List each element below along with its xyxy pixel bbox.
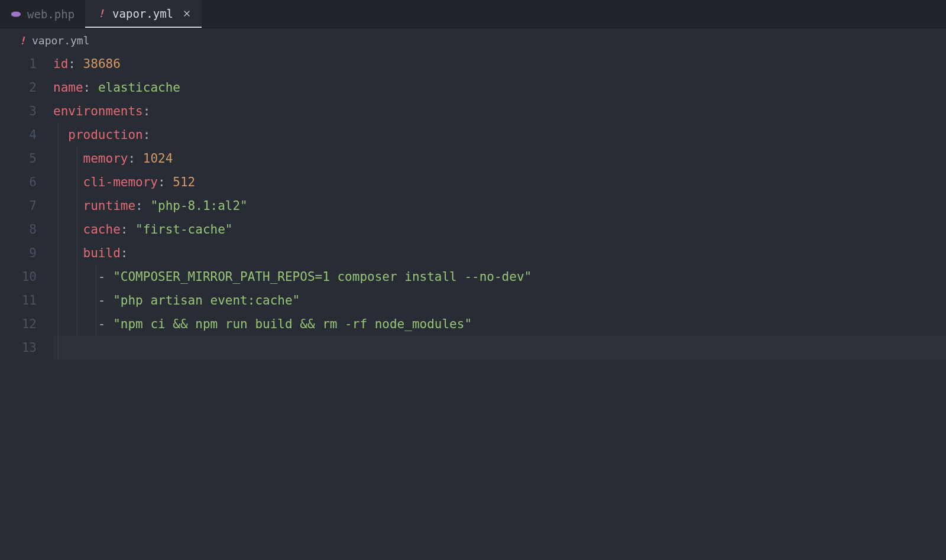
line-number: 7	[0, 194, 37, 218]
breadcrumb[interactable]: ! vapor.yml	[0, 28, 946, 52]
yaml-key: id	[53, 57, 68, 71]
yaml-string: "first-cache"	[135, 222, 232, 237]
code-line: name: elasticache	[53, 76, 946, 99]
yaml-colon: :	[143, 128, 151, 142]
close-icon[interactable]	[183, 9, 191, 18]
tab-label: web.php	[27, 8, 74, 21]
yaml-number: 512	[173, 175, 195, 189]
line-number: 9	[0, 241, 37, 265]
yaml-string: "npm ci && npm run build && rm -rf node_…	[113, 317, 472, 331]
yaml-key: memory	[83, 151, 128, 166]
line-number: 6	[0, 170, 37, 194]
yaml-key: runtime	[83, 199, 136, 213]
yaml-number: 38686	[83, 57, 121, 71]
yaml-number: 1024	[143, 151, 173, 166]
yaml-string: "php artisan event:cache"	[113, 293, 300, 307]
code-line: - "COMPOSER_MIRROR_PATH_REPOS=1 composer…	[53, 265, 946, 289]
yaml-key: name	[53, 80, 83, 95]
code-line: production:	[53, 123, 946, 147]
line-number: 4	[0, 123, 37, 147]
breadcrumb-label: vapor.yml	[32, 34, 90, 47]
code-line-current	[53, 336, 946, 360]
svg-point-0	[11, 11, 21, 17]
tab-web-php[interactable]: web.php	[0, 0, 85, 28]
code-line: environments:	[53, 99, 946, 123]
code-line: build:	[53, 241, 946, 265]
line-number: 2	[0, 76, 37, 99]
line-number: 13	[0, 336, 37, 360]
line-number: 5	[0, 147, 37, 170]
line-number: 8	[0, 218, 37, 241]
line-number: 10	[0, 265, 37, 289]
yaml-colon: :	[135, 199, 143, 213]
code-line: memory: 1024	[53, 147, 946, 170]
php-icon	[11, 9, 21, 20]
yaml-icon: !	[18, 35, 27, 45]
line-number-gutter: 1 2 3 4 5 6 7 8 9 10 11 12 13	[0, 52, 53, 560]
line-number: 3	[0, 99, 37, 123]
code-line: id: 38686	[53, 52, 946, 76]
yaml-colon: :	[143, 104, 151, 118]
code-area[interactable]: id: 38686 name: elasticache environments…	[53, 52, 946, 560]
yaml-colon: :	[158, 175, 166, 189]
yaml-string: "php-8.1:al2"	[150, 199, 247, 213]
editor[interactable]: 1 2 3 4 5 6 7 8 9 10 11 12 13 id: 38686 …	[0, 52, 946, 560]
code-line: - "php artisan event:cache"	[53, 289, 946, 312]
yaml-dash: -	[98, 317, 106, 331]
yaml-key: build	[83, 246, 121, 260]
yaml-icon: !	[96, 8, 106, 19]
yaml-key: cache	[83, 222, 121, 237]
code-line: - "npm ci && npm run build && rm -rf nod…	[53, 312, 946, 336]
line-number: 11	[0, 289, 37, 312]
tab-label: vapor.yml	[112, 7, 173, 20]
code-line: runtime: "php-8.1:al2"	[53, 194, 946, 218]
yaml-key: production	[68, 128, 142, 142]
yaml-key: cli-memory	[83, 175, 158, 189]
tab-vapor-yml[interactable]: ! vapor.yml	[85, 0, 202, 28]
yaml-colon: :	[121, 246, 128, 260]
code-line: cli-memory: 512	[53, 170, 946, 194]
code-line: cache: "first-cache"	[53, 218, 946, 241]
yaml-dash: -	[98, 293, 106, 307]
line-number: 1	[0, 52, 37, 76]
yaml-colon: :	[68, 57, 76, 71]
yaml-string: "COMPOSER_MIRROR_PATH_REPOS=1 composer i…	[113, 270, 532, 284]
yaml-colon: :	[128, 151, 135, 166]
tab-bar: web.php ! vapor.yml	[0, 0, 946, 28]
yaml-colon: :	[121, 222, 128, 237]
yaml-colon: :	[83, 80, 91, 95]
line-number: 12	[0, 312, 37, 336]
yaml-key: environments	[53, 104, 143, 118]
yaml-string: elasticache	[98, 80, 180, 95]
yaml-dash: -	[98, 270, 106, 284]
